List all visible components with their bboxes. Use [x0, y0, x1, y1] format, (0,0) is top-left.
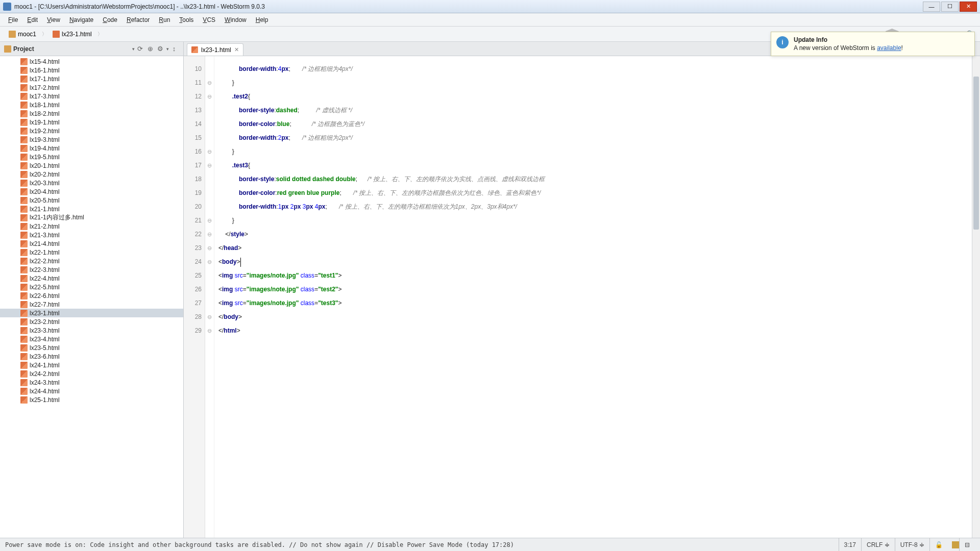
- tree-item-label: lx22-1.html: [30, 249, 60, 256]
- sync-icon[interactable]: ⟳: [135, 44, 145, 54]
- tree-item[interactable]: lx24-2.html: [0, 369, 183, 378]
- tree-item-label: lx21-2.html: [30, 223, 60, 230]
- html-file-icon: [20, 58, 28, 65]
- tree-item-label: lx19-5.html: [30, 154, 60, 161]
- scrollbar-thumb[interactable]: [973, 77, 979, 230]
- tree-item[interactable]: lx19-1.html: [0, 118, 183, 127]
- tree-item-label: lx19-2.html: [30, 128, 60, 135]
- tree-item[interactable]: lx20-1.html: [0, 161, 183, 170]
- gear-icon[interactable]: ⚙: [155, 44, 165, 54]
- status-notify-icon[interactable]: ⊟: [959, 538, 975, 551]
- menu-file[interactable]: File: [4, 15, 22, 25]
- tree-item[interactable]: lx22-4.html: [0, 274, 183, 283]
- tree-item[interactable]: lx18-1.html: [0, 101, 183, 109]
- sidebar-header: Project ▾ ⟳ ⊕ ⚙ ▾ ↕: [0, 42, 183, 56]
- tree-item[interactable]: lx22-1.html: [0, 248, 183, 257]
- tree-item[interactable]: lx24-4.html: [0, 387, 183, 395]
- status-message[interactable]: Power save mode is on: Code insight and …: [5, 541, 839, 548]
- tree-item[interactable]: lx20-5.html: [0, 196, 183, 205]
- window-title: mooc1 - [C:\Users\Administrator\Webstorm…: [14, 3, 923, 10]
- breadcrumb-project[interactable]: mooc1: [5, 29, 40, 39]
- tree-item-label: lx20-5.html: [30, 197, 60, 204]
- html-file-icon: [20, 240, 28, 247]
- tree-item[interactable]: lx19-3.html: [0, 135, 183, 144]
- tree-item[interactable]: lx22-2.html: [0, 257, 183, 265]
- tree-item[interactable]: lx18-2.html: [0, 109, 183, 118]
- tree-item[interactable]: lx17-1.html: [0, 74, 183, 83]
- status-indicator-icon[interactable]: [952, 541, 959, 548]
- notification-link[interactable]: available: [877, 44, 901, 52]
- tree-item[interactable]: lx16-1.html: [0, 66, 183, 74]
- collapse-icon[interactable]: ↕: [169, 44, 179, 54]
- tree-item[interactable]: lx22-7.html: [0, 300, 183, 309]
- tree-item[interactable]: lx22-6.html: [0, 291, 183, 300]
- menu-refactor[interactable]: Refactor: [122, 15, 154, 25]
- menu-run[interactable]: Run: [155, 15, 174, 25]
- tree-item[interactable]: lx15-4.html: [0, 57, 183, 66]
- tree-item[interactable]: lx19-2.html: [0, 127, 183, 135]
- tree-item[interactable]: lx20-4.html: [0, 187, 183, 196]
- tree-item[interactable]: lx24-1.html: [0, 361, 183, 369]
- tree-item[interactable]: lx21-3.html: [0, 231, 183, 239]
- tree-item-label: lx15-4.html: [30, 58, 60, 65]
- tree-item[interactable]: lx23-4.html: [0, 335, 183, 343]
- tree-item[interactable]: lx22-5.html: [0, 283, 183, 291]
- status-lock-icon[interactable]: 🔓: [929, 538, 948, 551]
- project-sidebar: Project ▾ ⟳ ⊕ ⚙ ▾ ↕ lx15-4.htmllx16-1.ht…: [0, 42, 184, 538]
- tree-item[interactable]: lx20-2.html: [0, 170, 183, 179]
- tree-item[interactable]: lx21-1内容过多.html: [0, 213, 183, 222]
- status-lineseparator[interactable]: CRLF ≑: [861, 538, 895, 551]
- menu-code[interactable]: Code: [99, 15, 121, 25]
- menu-edit[interactable]: Edit: [23, 15, 42, 25]
- tree-item[interactable]: lx19-4.html: [0, 144, 183, 153]
- tree-item-label: lx17-3.html: [30, 93, 60, 100]
- tree-item[interactable]: lx21-1.html: [0, 205, 183, 213]
- tree-item[interactable]: lx23-1.html: [0, 309, 183, 317]
- code-content[interactable]: border-width:4px; /* 边框粗细为4px*/ } .test2…: [214, 56, 980, 538]
- tree-item-label: lx22-5.html: [30, 284, 60, 291]
- tree-item[interactable]: lx23-2.html: [0, 317, 183, 326]
- tree-item[interactable]: lx23-5.html: [0, 343, 183, 352]
- status-position[interactable]: 3:17: [839, 538, 861, 551]
- tree-item[interactable]: lx24-3.html: [0, 378, 183, 387]
- folder-icon: [9, 31, 16, 38]
- tab-active[interactable]: lx23-1.html ✕: [187, 43, 243, 56]
- close-icon[interactable]: ✕: [234, 46, 239, 53]
- html-file-icon: [20, 145, 28, 152]
- tree-item[interactable]: lx21-2.html: [0, 222, 183, 231]
- tree-item[interactable]: lx22-3.html: [0, 265, 183, 274]
- menu-navigate[interactable]: Navigate: [65, 15, 97, 25]
- html-file-icon: [20, 119, 28, 126]
- breadcrumb-file[interactable]: lx23-1.html: [49, 29, 95, 39]
- menu-help[interactable]: Help: [252, 15, 273, 25]
- minimize-button[interactable]: —: [923, 2, 940, 12]
- close-button[interactable]: ✕: [960, 2, 977, 12]
- tree-item[interactable]: lx17-2.html: [0, 83, 183, 92]
- status-encoding[interactable]: UTF-8 ≑: [895, 538, 929, 551]
- line-gutter: 1011121314151617181920212223242526272829: [184, 56, 205, 538]
- tree-item[interactable]: lx20-3.html: [0, 179, 183, 187]
- breadcrumb-project-label: mooc1: [18, 31, 36, 38]
- file-tree[interactable]: lx15-4.htmllx16-1.htmllx17-1.htmllx17-2.…: [0, 56, 183, 538]
- tree-item[interactable]: lx25-1.html: [0, 395, 183, 404]
- tree-item[interactable]: lx17-3.html: [0, 92, 183, 101]
- tree-item[interactable]: lx23-6.html: [0, 352, 183, 361]
- menu-window[interactable]: Window: [220, 15, 251, 25]
- maximize-button[interactable]: ☐: [941, 2, 959, 12]
- statusbar: Power save mode is on: Code insight and …: [0, 538, 980, 551]
- html-file-icon: [20, 180, 28, 187]
- html-file-icon: [20, 188, 28, 195]
- html-file-icon: [20, 67, 28, 74]
- tree-item[interactable]: lx23-3.html: [0, 326, 183, 335]
- fold-column[interactable]: ⊖⊖⊖⊖⊖⊖⊖⊖⊖⊖: [205, 56, 214, 538]
- update-notification[interactable]: i Update Info A new version of WebStorm …: [771, 32, 975, 56]
- menu-vcs[interactable]: VCS: [199, 15, 219, 25]
- target-icon[interactable]: ⊕: [145, 44, 155, 54]
- html-file-icon: [20, 344, 28, 352]
- code-editor[interactable]: 1011121314151617181920212223242526272829…: [184, 56, 980, 538]
- tree-item[interactable]: lx21-4.html: [0, 239, 183, 248]
- menu-view[interactable]: View: [43, 15, 64, 25]
- menu-tools[interactable]: Tools: [175, 15, 198, 25]
- tree-item[interactable]: lx19-5.html: [0, 153, 183, 161]
- editor-scrollbar[interactable]: [972, 56, 980, 538]
